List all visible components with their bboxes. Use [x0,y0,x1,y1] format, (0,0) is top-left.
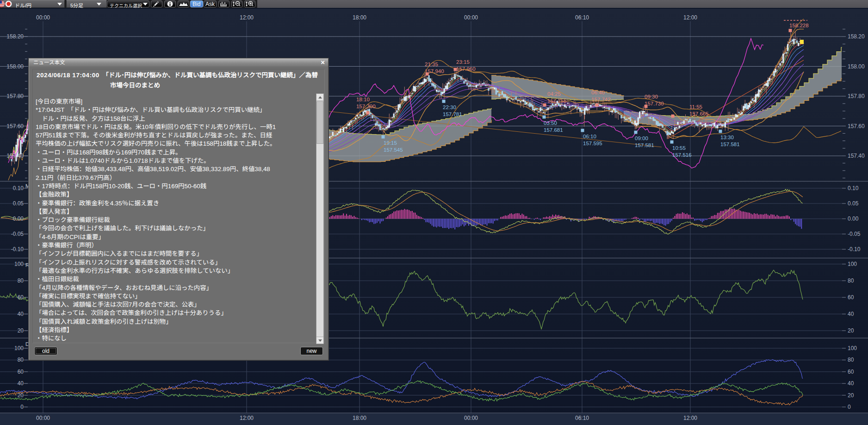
svg-text:157.940: 157.940 [425,68,444,74]
svg-text:80: 80 [18,277,24,284]
svg-text:23:15: 23:15 [456,59,470,65]
svg-text:157.60: 157.60 [6,123,24,129]
svg-text:100: 100 [848,345,857,351]
svg-text:157.681: 157.681 [544,127,563,133]
svg-text:0: 0 [848,404,851,410]
svg-text:0.00: 0.00 [848,216,859,222]
svg-text:40: 40 [18,311,24,317]
svg-text:10:55: 10:55 [672,145,686,151]
svg-text:158.20: 158.20 [6,33,24,40]
svg-text:80: 80 [848,277,854,284]
svg-text:158.20: 158.20 [848,33,865,40]
svg-text:12:00: 12:00 [240,14,254,21]
svg-text:157.60: 157.60 [848,123,865,129]
svg-text:18:10: 18:10 [356,97,370,102]
svg-text:157.742: 157.742 [591,97,611,102]
svg-text:12:00: 12:00 [683,415,697,421]
svg-text:60: 60 [848,294,854,301]
svg-text:22:30: 22:30 [443,105,456,110]
svg-text:60: 60 [18,369,24,375]
svg-text:0.05: 0.05 [13,200,24,207]
svg-text:157.595: 157.595 [583,141,602,146]
svg-text:157.665: 157.665 [689,111,709,117]
svg-text:157.581: 157.581 [635,142,654,148]
svg-text:157.700: 157.700 [356,104,376,109]
svg-text:00:00: 00:00 [36,415,50,421]
svg-text:12:00: 12:00 [240,415,254,421]
svg-text:157.781: 157.781 [443,111,462,117]
svg-text:158.00: 158.00 [6,63,24,70]
svg-text:157.80: 157.80 [6,93,24,99]
svg-text:00:00: 00:00 [464,415,478,421]
svg-text:60: 60 [18,294,24,301]
svg-text:40: 40 [18,380,24,387]
svg-text:09:30: 09:30 [645,94,658,99]
svg-text:158.228: 158.228 [789,23,809,28]
svg-text:-0.05: -0.05 [848,231,861,237]
svg-text:80: 80 [848,357,854,363]
svg-text:157.516: 157.516 [672,152,692,158]
svg-text:0.10: 0.10 [13,185,24,191]
svg-text:03:50: 03:50 [544,120,557,126]
svg-text:100: 100 [14,345,24,351]
svg-text:0.00: 0.00 [13,216,24,222]
svg-text:20: 20 [18,392,24,399]
svg-text:100: 100 [848,261,857,267]
svg-text:157.581: 157.581 [720,142,740,147]
svg-text:-0.10: -0.10 [11,246,24,253]
svg-text:157.960: 157.960 [456,66,476,72]
svg-text:04:25: 04:25 [547,91,561,97]
svg-text:0: 0 [20,404,24,410]
svg-text:157.40: 157.40 [848,153,865,159]
svg-text:18:00: 18:00 [353,415,366,421]
svg-text:60: 60 [848,369,854,375]
svg-text:40: 40 [848,311,854,317]
svg-text:158.00: 158.00 [848,63,865,70]
svg-text:12:00: 12:00 [683,14,697,21]
svg-text:157.545: 157.545 [384,147,403,153]
svg-text:157.755: 157.755 [547,98,567,104]
svg-text:19:15: 19:15 [384,140,397,146]
svg-text:11:55: 11:55 [689,104,702,110]
svg-text:20: 20 [848,327,854,334]
svg-text:00:00: 00:00 [464,14,478,21]
svg-text:09:00: 09:00 [635,136,648,141]
svg-text:-0.10: -0.10 [848,246,861,253]
svg-text:157.80: 157.80 [848,93,865,99]
svg-text:00:00: 00:00 [36,14,50,21]
svg-text:157.40: 157.40 [6,153,24,159]
svg-text:0.10: 0.10 [848,185,859,191]
svg-text:13:30: 13:30 [720,135,734,140]
svg-text:06:10: 06:10 [575,415,589,421]
svg-text:20: 20 [848,392,854,399]
svg-text:157.730: 157.730 [645,101,664,106]
svg-text:-0.05: -0.05 [11,231,24,237]
svg-text:20: 20 [18,327,24,334]
svg-text:18:00: 18:00 [353,14,366,21]
svg-text:06:10: 06:10 [575,14,589,21]
svg-text:100: 100 [14,261,24,267]
svg-text:21:35: 21:35 [425,62,438,67]
svg-text:0.05: 0.05 [848,200,859,207]
svg-text:80: 80 [18,357,24,363]
svg-text:40: 40 [848,380,854,387]
svg-text:06:40: 06:40 [591,90,605,95]
svg-text:06:10: 06:10 [583,134,596,139]
